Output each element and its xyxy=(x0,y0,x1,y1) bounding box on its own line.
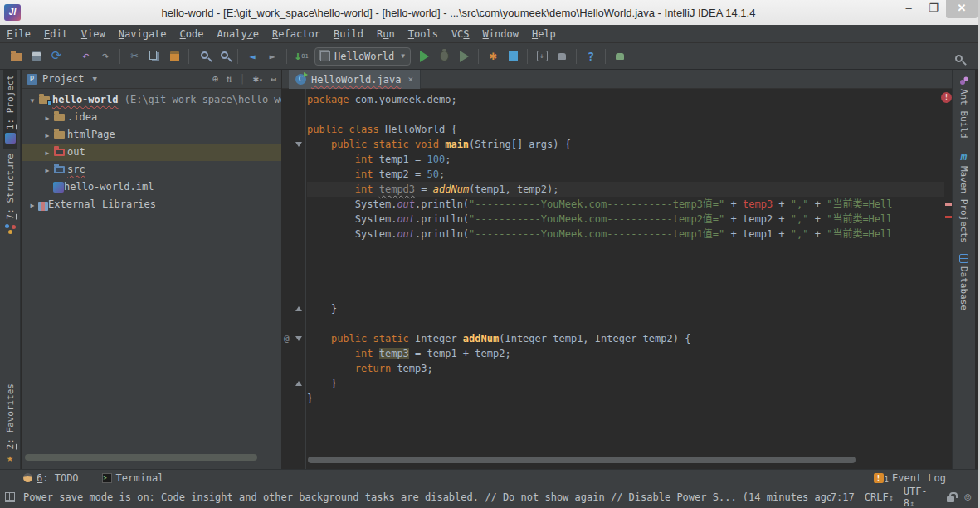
cut-button[interactable]: ✂ xyxy=(124,46,144,66)
menu-refactor[interactable]: Refactor xyxy=(266,28,327,40)
fold-marker[interactable] xyxy=(295,306,302,311)
tree-item-hello-world-iml[interactable]: hello-world.iml xyxy=(22,178,281,196)
menu-edit[interactable]: Edit xyxy=(37,28,75,40)
code-line-4[interactable]: public static void main(String[] args) { xyxy=(307,137,944,152)
tree-item-src[interactable]: ▶src xyxy=(22,161,281,178)
tree-expand-arrow[interactable]: ▶ xyxy=(41,110,53,126)
code-line-12[interactable] xyxy=(307,256,944,271)
fold-marker[interactable] xyxy=(295,381,302,386)
code-line-11[interactable] xyxy=(307,242,944,256)
menu-build[interactable]: Build xyxy=(327,28,370,40)
code-line-14[interactable] xyxy=(307,286,944,301)
project-structure-button[interactable] xyxy=(503,46,523,66)
caret-position[interactable]: 7:17 xyxy=(831,491,855,503)
gear-icon[interactable]: ✱▾ xyxy=(253,73,263,85)
code-line-21[interactable]: } xyxy=(307,391,944,406)
status-message[interactable]: Power save mode is on: Code insight and … xyxy=(23,491,831,503)
tab-helloworld-java[interactable]: C HelloWorld.java × xyxy=(289,70,421,89)
code-line-9[interactable]: System.out.println("-----------YouMeek.c… xyxy=(307,212,944,227)
tool-button-favorites[interactable]: 2: Favorites ★ xyxy=(3,379,17,469)
tree-item-htmlpage[interactable]: ▶htmlPage xyxy=(22,126,281,144)
lock-icon[interactable] xyxy=(947,496,954,502)
search-everywhere-button[interactable] xyxy=(948,50,968,70)
hector-inspector-icon[interactable]: ☺ xyxy=(964,491,971,504)
help-button[interactable]: ? xyxy=(581,46,601,66)
close-button[interactable]: ✕ xyxy=(946,0,978,18)
tree-item-hello-world[interactable]: ▼hello-world (E:\git_work_space\hello-wo xyxy=(22,91,281,109)
tree-item-out[interactable]: ▶out xyxy=(22,144,281,161)
tool-button-terminal[interactable]: >_ Terminal xyxy=(102,472,164,484)
tree-expand-arrow[interactable]: ▼ xyxy=(27,92,38,109)
collapse-all-icon[interactable]: ⇅ xyxy=(226,73,232,85)
code-line-15[interactable]: } xyxy=(307,301,944,316)
menu-run[interactable]: Run xyxy=(370,28,402,40)
run-configuration-select[interactable]: HelloWorld ▼ xyxy=(314,47,411,66)
save-button[interactable] xyxy=(27,46,46,66)
code-line-10[interactable]: System.out.println("-----------YouMeek.c… xyxy=(307,227,944,242)
tool-button-ant-build[interactable]: Ant Build xyxy=(957,70,971,144)
code-line-19[interactable]: return temp3; xyxy=(307,361,944,376)
menu-code[interactable]: Code xyxy=(173,28,211,40)
editor-gutter[interactable]: @ xyxy=(282,89,306,469)
hide-panel-icon[interactable]: ↤ xyxy=(271,73,276,85)
code-line-8[interactable]: System.out.println("-----------YouMeek.c… xyxy=(307,197,944,212)
code-line-1[interactable]: package com.youmeek.demo; xyxy=(307,92,944,107)
menu-navigate[interactable]: Navigate xyxy=(112,28,173,40)
paste-button[interactable] xyxy=(164,46,184,66)
avd-manager-button[interactable] xyxy=(552,46,572,66)
maximize-button[interactable]: ❐ xyxy=(921,0,946,18)
tool-button-todo[interactable]: 6: TODO xyxy=(23,472,79,484)
code-line-7[interactable]: int tempd3 = addNum(temp1, temp2); xyxy=(307,182,944,197)
forward-button[interactable]: ► xyxy=(262,46,282,66)
copy-button[interactable] xyxy=(144,46,164,66)
settings-button[interactable]: ✱ xyxy=(483,46,503,66)
tree-expand-arrow[interactable]: ▶ xyxy=(41,144,53,161)
project-horizontal-scrollbar[interactable] xyxy=(25,454,257,461)
chevron-down-icon[interactable]: ▼ xyxy=(93,75,97,83)
project-panel-title[interactable]: Project xyxy=(42,73,85,85)
tree-item--idea[interactable]: ▶.idea xyxy=(22,109,281,126)
code-line-5[interactable]: int temp1 = 100; xyxy=(307,152,944,167)
tool-button-database[interactable]: Database xyxy=(957,248,971,316)
undo-button[interactable]: ↶ xyxy=(76,46,95,66)
open-button[interactable] xyxy=(7,46,27,66)
find-button[interactable] xyxy=(193,46,213,66)
menu-file[interactable]: File xyxy=(0,28,37,40)
code-line-3[interactable]: public class HelloWorld { xyxy=(307,122,944,137)
tool-button-structure[interactable]: 7: Structure xyxy=(3,149,17,238)
encoding-select[interactable]: UTF-8↕ xyxy=(904,486,938,508)
minimize-button[interactable]: – xyxy=(896,0,921,18)
editor-horizontal-scrollbar[interactable] xyxy=(308,457,856,463)
menu-view[interactable]: View xyxy=(75,28,112,40)
annotation-gutter-icon[interactable]: @ xyxy=(284,333,290,344)
code-line-13[interactable] xyxy=(307,271,944,286)
menu-window[interactable]: Window xyxy=(476,28,525,40)
device-monitor-button[interactable] xyxy=(610,46,630,66)
code-line-2[interactable] xyxy=(307,107,944,122)
menu-vcs[interactable]: VCS xyxy=(445,28,476,40)
code-line-20[interactable]: } xyxy=(307,376,944,391)
coverage-button[interactable] xyxy=(454,46,474,66)
menu-help[interactable]: Help xyxy=(525,28,563,40)
debug-button[interactable] xyxy=(434,46,454,66)
code-editor[interactable]: package com.youmeek.demo; public class H… xyxy=(307,92,944,469)
redo-button[interactable]: ↷ xyxy=(95,46,115,66)
code-line-18[interactable]: int temp3 = temp1 + temp2; xyxy=(307,346,944,361)
fold-marker[interactable] xyxy=(295,142,302,147)
fold-marker[interactable] xyxy=(295,336,302,341)
sdk-manager-button[interactable]: ↓ xyxy=(532,46,552,66)
tree-expand-arrow[interactable]: ▶ xyxy=(41,127,53,144)
tool-button-maven-projects[interactable]: m Maven Projects xyxy=(957,144,971,249)
line-ending-select[interactable]: CRLF↕ xyxy=(865,491,894,503)
code-line-6[interactable]: int temp2 = 50; xyxy=(307,167,944,182)
toggle-tool-buttons-icon[interactable] xyxy=(5,492,15,502)
menu-tools[interactable]: Tools xyxy=(402,28,445,40)
tree-expand-arrow[interactable]: ▶ xyxy=(41,162,53,178)
replace-button[interactable] xyxy=(213,46,233,66)
sync-button[interactable]: ⟳ xyxy=(46,46,66,66)
tree-expand-arrow[interactable]: ▶ xyxy=(27,197,38,213)
update-button[interactable]: ↓ 01 xyxy=(291,46,311,66)
code-line-17[interactable]: public static Integer addNum(Integer tem… xyxy=(307,331,944,346)
tree-item-external-libraries[interactable]: ▶External Libraries xyxy=(22,196,281,213)
close-icon[interactable]: × xyxy=(407,74,413,85)
